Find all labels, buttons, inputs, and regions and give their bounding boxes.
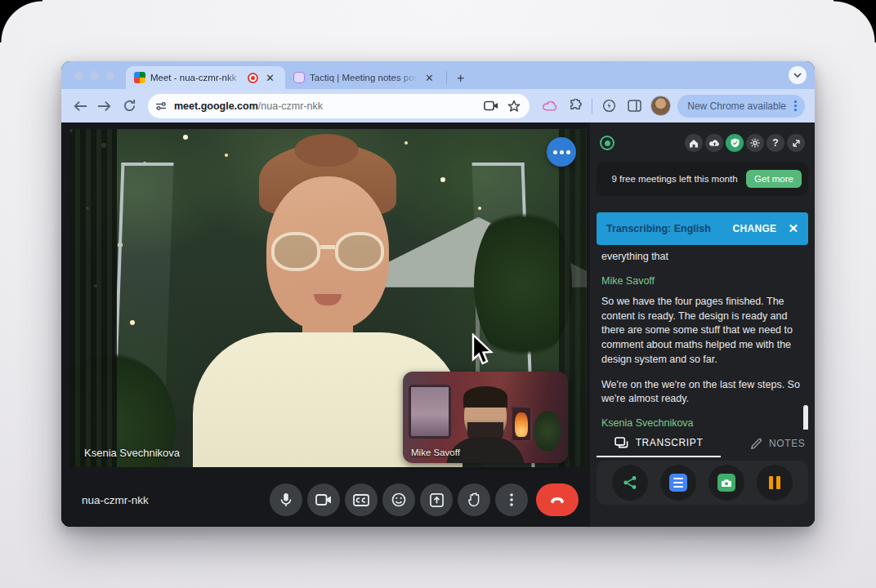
bookmark-star-icon[interactable] <box>505 97 523 115</box>
chat-icon <box>615 437 629 449</box>
screen-corner-right <box>834 0 876 42</box>
back-icon[interactable] <box>71 97 89 115</box>
tab-transcript-label: TRANSCRIPT <box>636 437 704 448</box>
camera-button[interactable] <box>307 483 340 516</box>
tab-strip: Meet - nua-czmr-nkk ✕ Tactiq | Meeting n… <box>61 61 815 89</box>
tab-transcript[interactable]: TRANSCRIPT <box>597 430 721 457</box>
browser-window: Meet - nua-czmr-nkk ✕ Tactiq | Meeting n… <box>61 61 815 527</box>
transcribing-label: Transcribing: English <box>606 223 726 234</box>
pip-window <box>409 385 451 439</box>
captions-button[interactable] <box>345 483 378 516</box>
tab-meet[interactable]: Meet - nua-czmr-nkk ✕ <box>126 66 285 89</box>
tab-search-chevron-icon[interactable] <box>789 66 807 84</box>
recording-status-icon <box>600 136 615 150</box>
screen-corner-left <box>0 0 42 42</box>
chat-overlay-icon[interactable] <box>547 137 576 167</box>
transcript-speaker: Ksenia Svechnikova <box>601 417 802 429</box>
maximize-window-button[interactable] <box>105 71 114 80</box>
meet-buttons <box>270 483 579 516</box>
end-call-button[interactable] <box>536 483 579 516</box>
pip-face <box>464 391 507 442</box>
tactiq-action-bar <box>597 461 808 505</box>
document-button[interactable] <box>660 465 696 501</box>
change-language-button[interactable]: CHANGE <box>733 223 777 234</box>
mouse-cursor <box>470 333 494 371</box>
close-tab-icon[interactable]: ✕ <box>422 72 436 84</box>
participant-name-label: Ksenia Svechnikova <box>84 447 180 459</box>
browser-menu-icon[interactable] <box>791 99 800 113</box>
share-button[interactable] <box>612 465 648 501</box>
pause-button[interactable] <box>757 465 793 501</box>
help-icon[interactable]: ? <box>766 134 784 152</box>
minimize-window-button[interactable] <box>90 71 99 80</box>
url-text[interactable]: meet.google.com/nua-czmr-nkk <box>174 100 477 112</box>
free-meetings-banner: 9 free meetings left this month Get more <box>597 162 808 196</box>
transcript-text: We're on the we're on the last few steps… <box>601 378 802 408</box>
get-more-button[interactable]: Get more <box>746 170 802 188</box>
window-controls[interactable] <box>61 61 126 89</box>
extension-icons <box>541 96 671 116</box>
transcribing-bar: Transcribing: English CHANGE ✕ <box>597 212 808 245</box>
meet-stage: Ksenia Svechnikova Mike Savoff nua-czmr-… <box>61 122 590 527</box>
browser-content: Ksenia Svechnikova Mike Savoff nua-czmr-… <box>61 122 815 527</box>
glasses <box>266 232 389 273</box>
tactiq-favicon-icon <box>293 72 305 83</box>
close-transcribing-icon[interactable]: ✕ <box>788 221 798 236</box>
free-meetings-text: 9 free meetings left this month <box>610 173 740 185</box>
more-options-button[interactable] <box>495 483 528 516</box>
tab-title: Meet - nua-czmr-nkk <box>150 73 243 82</box>
tab-title: Tactiq | Meeting notes powe <box>310 73 418 82</box>
tab-notes[interactable]: NOTES <box>750 438 805 450</box>
collapse-panel-icon[interactable] <box>787 134 805 152</box>
browser-toolbar: meet.google.com/nua-czmr-nkk <box>61 89 815 122</box>
transcript-text: So we have the four pages finished. The … <box>601 295 802 368</box>
side-panel-icon[interactable] <box>625 97 643 115</box>
home-icon[interactable] <box>685 134 703 152</box>
meet-favicon-icon <box>134 72 145 83</box>
reactions-button[interactable] <box>382 483 415 516</box>
performance-icon[interactable] <box>600 97 618 115</box>
update-chrome-label: New Chrome available <box>687 100 786 112</box>
site-settings-icon[interactable] <box>153 98 169 114</box>
camera-permission-icon[interactable] <box>482 97 500 115</box>
forward-icon[interactable] <box>96 97 114 115</box>
present-screen-button[interactable] <box>420 483 453 516</box>
privacy-shield-icon[interactable] <box>726 134 744 152</box>
camera-icon <box>717 474 735 492</box>
close-window-button[interactable] <box>74 71 83 80</box>
tab-notes-label: NOTES <box>769 438 805 449</box>
pencil-icon <box>750 438 762 450</box>
toolbar-separator <box>592 99 592 114</box>
profile-avatar[interactable] <box>650 96 671 116</box>
transcript-scrollbar[interactable] <box>803 405 808 430</box>
pause-icon <box>769 476 780 489</box>
pip-fireplace <box>511 406 532 442</box>
tactiq-tabs: TRANSCRIPT NOTES <box>597 430 808 457</box>
tactiq-header-icons: ? <box>685 134 805 152</box>
cloud-upload-icon[interactable] <box>705 134 723 152</box>
meeting-code-label: nua-czmr-nkk <box>82 494 149 506</box>
url-host: meet.google.com <box>174 100 258 112</box>
close-tab-icon[interactable]: ✕ <box>263 72 277 84</box>
new-tab-button[interactable]: + <box>449 71 472 89</box>
transcript-list[interactable]: everything that Mike Savoff So we have t… <box>597 245 808 430</box>
tactiq-header: ? <box>597 131 808 155</box>
extension-pink-icon[interactable] <box>541 97 559 115</box>
microphone-button[interactable] <box>270 483 302 516</box>
transcript-text: everything that <box>601 250 802 265</box>
pip-video-tile[interactable]: Mike Savoff <box>403 372 568 463</box>
address-bar[interactable]: meet.google.com/nua-czmr-nkk <box>148 94 530 118</box>
meet-control-bar: nua-czmr-nkk <box>61 473 590 527</box>
url-path: /nua-czmr-nkk <box>258 100 323 112</box>
document-icon <box>669 474 687 492</box>
wall-slats <box>69 129 117 467</box>
settings-gear-icon[interactable] <box>746 134 764 152</box>
tab-tactiq[interactable]: Tactiq | Meeting notes powe ✕ <box>285 66 445 89</box>
screenshot-button[interactable] <box>708 465 744 501</box>
tab-recording-indicator-icon <box>248 73 258 83</box>
reload-icon[interactable] <box>120 97 138 115</box>
update-chrome-button[interactable]: New Chrome available <box>677 95 805 118</box>
raise-hand-button[interactable] <box>458 483 490 516</box>
extensions-puzzle-icon[interactable] <box>566 97 584 115</box>
tab-separator <box>446 71 447 84</box>
